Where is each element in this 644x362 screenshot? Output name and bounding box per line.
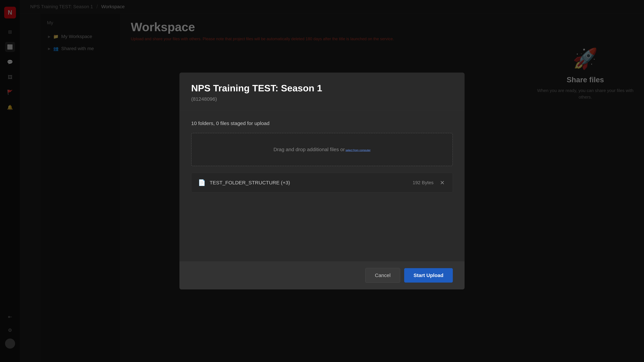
modal-id: (81248096): [191, 96, 453, 102]
file-size: 192 Bytes: [412, 180, 434, 185]
staged-info: 10 folders, 0 files staged for upload: [191, 120, 453, 126]
remove-file-button[interactable]: ✕: [438, 178, 446, 187]
file-name: TEST_FOLDER_STRUCTURE (+3): [210, 180, 290, 186]
modal-overlay: NPS Training TEST: Season 1 (81248096) 1…: [0, 0, 644, 362]
modal-header: NPS Training TEST: Season 1 (81248096): [180, 72, 464, 110]
file-item-right: 192 Bytes ✕: [412, 178, 446, 187]
modal-footer: Cancel Start Upload: [180, 261, 464, 290]
upload-modal: NPS Training TEST: Season 1 (81248096) 1…: [180, 72, 464, 290]
select-from-computer-link[interactable]: select from computer: [346, 149, 370, 152]
drop-zone-text: Drag and drop additional files or: [273, 147, 345, 152]
drop-zone[interactable]: Drag and drop additional files or select…: [191, 133, 453, 166]
cancel-button[interactable]: Cancel: [365, 268, 400, 283]
file-item: 📄 TEST_FOLDER_STRUCTURE (+3) 192 Bytes ✕: [191, 173, 453, 193]
modal-body: 10 folders, 0 files staged for upload Dr…: [180, 110, 464, 261]
file-item-left: 📄 TEST_FOLDER_STRUCTURE (+3): [198, 179, 290, 186]
start-upload-button[interactable]: Start Upload: [404, 268, 453, 283]
modal-title: NPS Training TEST: Season 1: [191, 83, 453, 93]
file-icon: 📄: [198, 179, 206, 186]
